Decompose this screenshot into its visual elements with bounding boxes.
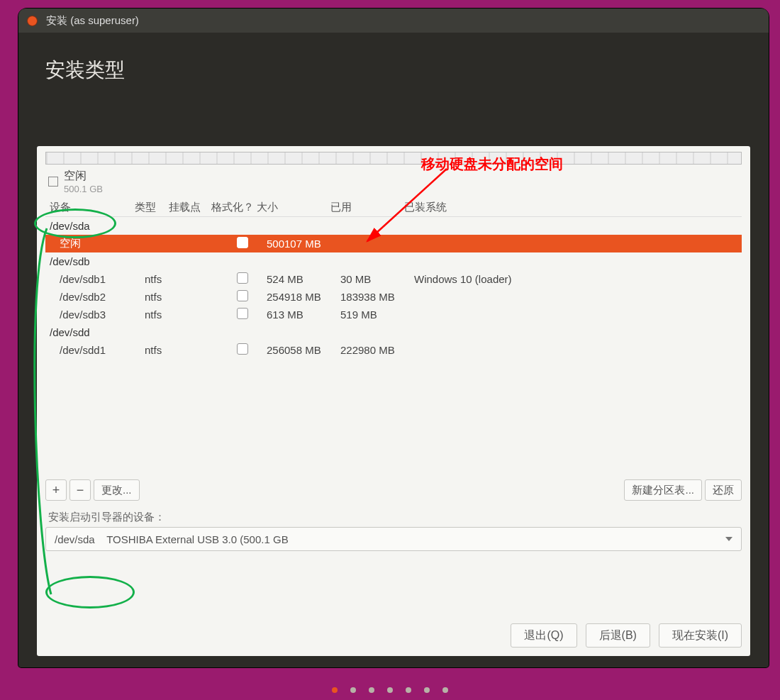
table-row[interactable]: /dev/sdb1ntfs524 MB30 MBWindows 10 (load…: [45, 270, 742, 288]
col-device[interactable]: 设备: [45, 201, 135, 214]
window-title: 安装 (as superuser): [46, 14, 139, 28]
remove-button[interactable]: −: [69, 479, 91, 501]
installer-window: 安装 (as superuser) 安装类型 空闲 500.1 GB 设备 类型…: [18, 9, 769, 667]
bootloader-desc: TOSHIBA External USB 3.0 (500.1 GB: [106, 533, 289, 545]
table-row[interactable]: 空闲500107 MB: [45, 235, 742, 252]
col-used[interactable]: 已用: [330, 201, 404, 214]
format-checkbox[interactable]: [237, 290, 248, 301]
format-checkbox[interactable]: [237, 272, 248, 284]
pager-dot[interactable]: [442, 687, 448, 693]
pager-dot[interactable]: [424, 687, 430, 693]
pager-dots: [0, 687, 780, 693]
pager-dot[interactable]: [406, 687, 411, 693]
table-row[interactable]: /dev/sdb: [45, 252, 742, 270]
legend: 空闲 500.1 GB: [48, 169, 739, 194]
bootloader-select[interactable]: /dev/sda TOSHIBA External USB 3.0 (500.1…: [45, 527, 742, 551]
table-header: 设备 类型 挂载点 格式化？ 大小 已用 已装系统: [45, 199, 742, 217]
close-icon[interactable]: [27, 16, 38, 26]
table-row[interactable]: /dev/sdb2ntfs254918 MB183938 MB: [45, 288, 742, 306]
partition-bar[interactable]: [45, 152, 742, 165]
chevron-down-icon: [725, 537, 732, 541]
pager-dot[interactable]: [350, 687, 356, 693]
col-size[interactable]: 大小: [257, 201, 330, 214]
footer-buttons: 退出(Q) 后退(B) 现在安装(I): [511, 623, 742, 648]
legend-size: 500.1 GB: [64, 184, 103, 194]
partition-table: 设备 类型 挂载点 格式化？ 大小 已用 已装系统 /dev/sda空闲5001…: [45, 199, 742, 359]
partition-panel: 空闲 500.1 GB 设备 类型 挂载点 格式化？ 大小 已用 已装系统 /d…: [37, 146, 750, 656]
titlebar[interactable]: 安装 (as superuser): [18, 9, 769, 33]
pager-dot[interactable]: [369, 687, 374, 693]
table-row[interactable]: /dev/sdd1ntfs256058 MB222980 MB: [45, 341, 742, 359]
revert-button[interactable]: 还原: [705, 479, 742, 501]
table-row[interactable]: /dev/sdd: [45, 323, 742, 341]
change-button[interactable]: 更改...: [94, 479, 140, 501]
back-button[interactable]: 后退(B): [586, 623, 650, 648]
partition-toolbar: + − 更改... 新建分区表... 还原: [45, 479, 742, 501]
bootloader-device: /dev/sda: [55, 533, 95, 545]
col-format[interactable]: 格式化？: [208, 201, 257, 214]
page-title: 安装类型: [45, 57, 757, 84]
col-system[interactable]: 已装系统: [404, 201, 742, 214]
col-mount[interactable]: 挂载点: [169, 201, 208, 214]
quit-button[interactable]: 退出(Q): [511, 623, 576, 648]
bootloader-label: 安装启动引导器的设备：: [48, 511, 739, 524]
legend-swatch: [48, 177, 58, 187]
col-type[interactable]: 类型: [135, 201, 169, 214]
install-button[interactable]: 现在安装(I): [659, 623, 742, 648]
new-table-button[interactable]: 新建分区表...: [624, 479, 702, 501]
legend-label: 空闲: [64, 169, 103, 184]
pager-dot[interactable]: [332, 687, 338, 693]
format-checkbox[interactable]: [237, 308, 248, 319]
add-button[interactable]: +: [45, 479, 67, 501]
format-checkbox[interactable]: [237, 343, 248, 355]
pager-dot[interactable]: [387, 687, 393, 693]
format-checkbox[interactable]: [237, 237, 248, 248]
table-row[interactable]: /dev/sda: [45, 217, 742, 235]
table-row[interactable]: /dev/sdb3ntfs613 MB519 MB: [45, 306, 742, 323]
